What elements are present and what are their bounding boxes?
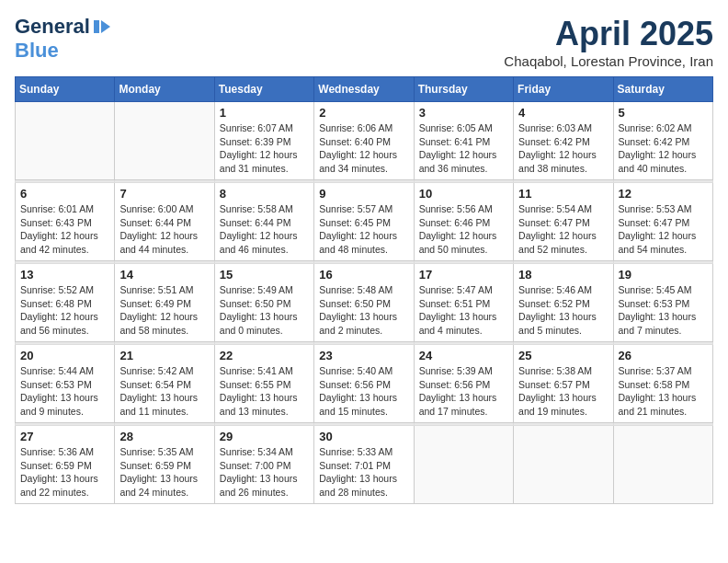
svg-marker-0 [101,20,110,33]
calendar-cell: 23Sunrise: 5:40 AM Sunset: 6:56 PM Dayli… [314,345,414,423]
day-number: 17 [419,268,508,282]
day-number: 12 [619,187,708,201]
day-number: 7 [119,187,209,201]
day-info: Sunrise: 5:45 AM Sunset: 6:53 PM Dayligh… [619,283,708,338]
day-number: 14 [119,268,209,282]
day-info: Sunrise: 6:07 AM Sunset: 6:39 PM Dayligh… [220,121,309,176]
day-info: Sunrise: 5:40 AM Sunset: 6:56 PM Dayligh… [319,364,408,419]
calendar-cell: 20Sunrise: 5:44 AM Sunset: 6:53 PM Dayli… [16,345,115,423]
calendar-cell: 17Sunrise: 5:47 AM Sunset: 6:51 PM Dayli… [414,264,513,342]
calendar-cell: 19Sunrise: 5:45 AM Sunset: 6:53 PM Dayli… [613,264,712,342]
day-number: 19 [619,268,708,282]
calendar-cell: 15Sunrise: 5:49 AM Sunset: 6:50 PM Dayli… [214,264,313,342]
week-row-4: 20Sunrise: 5:44 AM Sunset: 6:53 PM Dayli… [16,345,713,423]
day-number: 4 [518,106,608,120]
day-number: 18 [518,268,608,282]
day-info: Sunrise: 5:51 AM Sunset: 6:49 PM Dayligh… [119,283,209,338]
day-info: Sunrise: 5:52 AM Sunset: 6:48 PM Dayligh… [20,283,109,338]
calendar-cell: 16Sunrise: 5:48 AM Sunset: 6:50 PM Dayli… [314,264,414,342]
day-info: Sunrise: 5:44 AM Sunset: 6:53 PM Dayligh… [20,364,109,419]
day-number: 21 [119,349,209,362]
calendar-cell: 5Sunrise: 6:02 AM Sunset: 6:42 PM Daylig… [613,102,712,180]
day-number: 8 [220,187,309,201]
calendar-cell: 11Sunrise: 5:54 AM Sunset: 6:47 PM Dayli… [514,183,613,261]
calendar-cell: 7Sunrise: 6:00 AM Sunset: 6:44 PM Daylig… [115,183,214,261]
title-block: April 2025 Chaqabol, Lorestan Province, … [504,15,713,69]
day-info: Sunrise: 5:39 AM Sunset: 6:56 PM Dayligh… [419,364,508,419]
svg-rect-1 [94,20,99,33]
day-number: 13 [20,268,109,282]
calendar-cell: 2Sunrise: 6:06 AM Sunset: 6:40 PM Daylig… [314,102,414,180]
day-info: Sunrise: 5:57 AM Sunset: 6:45 PM Dayligh… [319,202,408,257]
calendar-header-row: Sunday Monday Tuesday Wednesday Thursday… [16,77,713,102]
day-number: 11 [518,187,608,201]
day-info: Sunrise: 5:34 AM Sunset: 7:00 PM Dayligh… [220,445,309,500]
location-subtitle: Chaqabol, Lorestan Province, Iran [504,53,713,69]
col-tuesday: Tuesday [214,77,313,102]
day-info: Sunrise: 5:33 AM Sunset: 7:01 PM Dayligh… [319,445,408,500]
day-number: 23 [319,349,408,362]
day-info: Sunrise: 6:02 AM Sunset: 6:42 PM Dayligh… [619,121,708,176]
day-info: Sunrise: 6:06 AM Sunset: 6:40 PM Dayligh… [319,121,408,176]
month-year-title: April 2025 [504,15,713,53]
day-number: 9 [319,187,408,201]
day-info: Sunrise: 5:41 AM Sunset: 6:55 PM Dayligh… [220,364,309,419]
day-number: 27 [20,430,109,443]
day-info: Sunrise: 5:58 AM Sunset: 6:44 PM Dayligh… [220,202,309,257]
day-number: 30 [319,430,408,443]
calendar-table: Sunday Monday Tuesday Wednesday Thursday… [15,76,713,504]
day-number: 25 [518,349,608,362]
day-info: Sunrise: 5:48 AM Sunset: 6:50 PM Dayligh… [319,283,408,338]
week-row-2: 6Sunrise: 6:01 AM Sunset: 6:43 PM Daylig… [16,183,713,261]
col-friday: Friday [514,77,613,102]
calendar-cell: 24Sunrise: 5:39 AM Sunset: 6:56 PM Dayli… [414,345,513,423]
day-number: 16 [319,268,408,282]
calendar-cell: 22Sunrise: 5:41 AM Sunset: 6:55 PM Dayli… [214,345,313,423]
day-info: Sunrise: 6:00 AM Sunset: 6:44 PM Dayligh… [119,202,209,257]
calendar-cell: 10Sunrise: 5:56 AM Sunset: 6:46 PM Dayli… [414,183,513,261]
calendar-cell: 9Sunrise: 5:57 AM Sunset: 6:45 PM Daylig… [314,183,414,261]
day-number: 1 [220,106,309,120]
day-info: Sunrise: 5:35 AM Sunset: 6:59 PM Dayligh… [119,445,209,500]
calendar-cell: 3Sunrise: 6:05 AM Sunset: 6:41 PM Daylig… [414,102,513,180]
logo: General Blue [15,15,112,63]
day-number: 5 [619,106,708,120]
col-sunday: Sunday [16,77,115,102]
col-saturday: Saturday [613,77,712,102]
day-info: Sunrise: 6:03 AM Sunset: 6:42 PM Dayligh… [518,121,608,176]
day-info: Sunrise: 5:42 AM Sunset: 6:54 PM Dayligh… [119,364,209,419]
day-number: 29 [220,430,309,443]
calendar-cell: 29Sunrise: 5:34 AM Sunset: 7:00 PM Dayli… [214,426,313,504]
calendar-cell [613,426,712,504]
week-row-5: 27Sunrise: 5:36 AM Sunset: 6:59 PM Dayli… [16,426,713,504]
calendar-cell [115,102,214,180]
day-number: 22 [220,349,309,362]
calendar-cell: 13Sunrise: 5:52 AM Sunset: 6:48 PM Dayli… [16,264,115,342]
calendar-cell: 18Sunrise: 5:46 AM Sunset: 6:52 PM Dayli… [514,264,613,342]
logo-general: General [15,15,90,39]
calendar-cell [414,426,513,504]
logo-icon [92,17,112,37]
page-header: General Blue April 2025 Chaqabol, Lorest… [15,15,713,69]
col-wednesday: Wednesday [314,77,414,102]
calendar-cell [16,102,115,180]
calendar-cell [514,426,613,504]
day-info: Sunrise: 5:36 AM Sunset: 6:59 PM Dayligh… [20,445,109,500]
day-info: Sunrise: 5:47 AM Sunset: 6:51 PM Dayligh… [419,283,508,338]
day-info: Sunrise: 5:56 AM Sunset: 6:46 PM Dayligh… [419,202,508,257]
logo-blue: Blue [15,39,59,63]
col-monday: Monday [115,77,214,102]
day-info: Sunrise: 5:54 AM Sunset: 6:47 PM Dayligh… [518,202,608,257]
day-number: 24 [419,349,508,362]
day-info: Sunrise: 6:05 AM Sunset: 6:41 PM Dayligh… [419,121,508,176]
calendar-cell: 4Sunrise: 6:03 AM Sunset: 6:42 PM Daylig… [514,102,613,180]
day-number: 3 [419,106,508,120]
day-info: Sunrise: 6:01 AM Sunset: 6:43 PM Dayligh… [20,202,109,257]
calendar-cell: 12Sunrise: 5:53 AM Sunset: 6:47 PM Dayli… [613,183,712,261]
col-thursday: Thursday [414,77,513,102]
calendar-cell: 30Sunrise: 5:33 AM Sunset: 7:01 PM Dayli… [314,426,414,504]
day-info: Sunrise: 5:49 AM Sunset: 6:50 PM Dayligh… [220,283,309,338]
calendar-cell: 21Sunrise: 5:42 AM Sunset: 6:54 PM Dayli… [115,345,214,423]
day-number: 20 [20,349,109,362]
day-number: 2 [319,106,408,120]
